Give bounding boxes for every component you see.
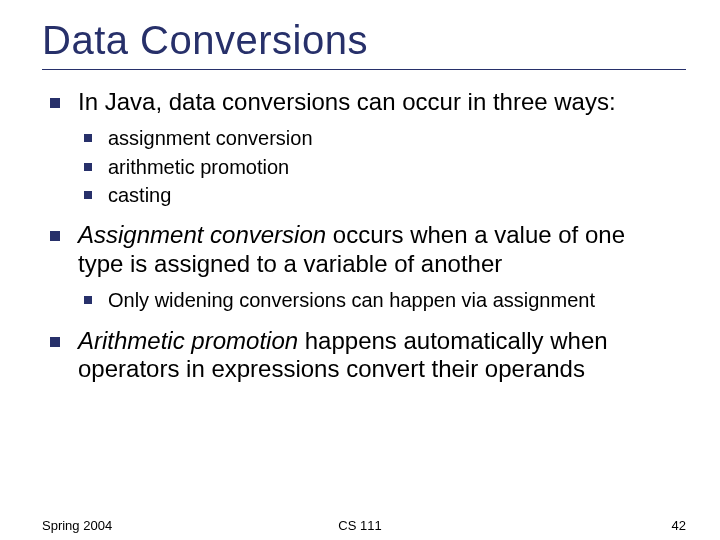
bullet-1-text: In Java, data conversions can occur in t… (78, 88, 616, 115)
sub-item: arithmetic promotion (78, 155, 676, 179)
bullet-3-em: Arithmetic promotion (78, 327, 298, 354)
bullet-2-sublist: Only widening conversions can happen via… (78, 288, 676, 312)
sub-item: casting (78, 183, 676, 207)
title-divider (42, 69, 686, 70)
bullet-1: In Java, data conversions can occur in t… (42, 88, 676, 207)
footer-right: 42 (672, 518, 686, 533)
bullet-3: Arithmetic promotion happens automatical… (42, 327, 676, 384)
slide: Data Conversions In Java, data conversio… (0, 0, 720, 540)
footer-center: CS 111 (0, 518, 720, 533)
bullet-list: In Java, data conversions can occur in t… (42, 88, 686, 383)
bullet-1-sublist: assignment conversion arithmetic promoti… (78, 126, 676, 207)
bullet-2: Assignment conversion occurs when a valu… (42, 221, 676, 312)
sub-item: assignment conversion (78, 126, 676, 150)
slide-title: Data Conversions (42, 18, 686, 63)
sub-item: Only widening conversions can happen via… (78, 288, 676, 312)
bullet-2-em: Assignment conversion (78, 221, 326, 248)
